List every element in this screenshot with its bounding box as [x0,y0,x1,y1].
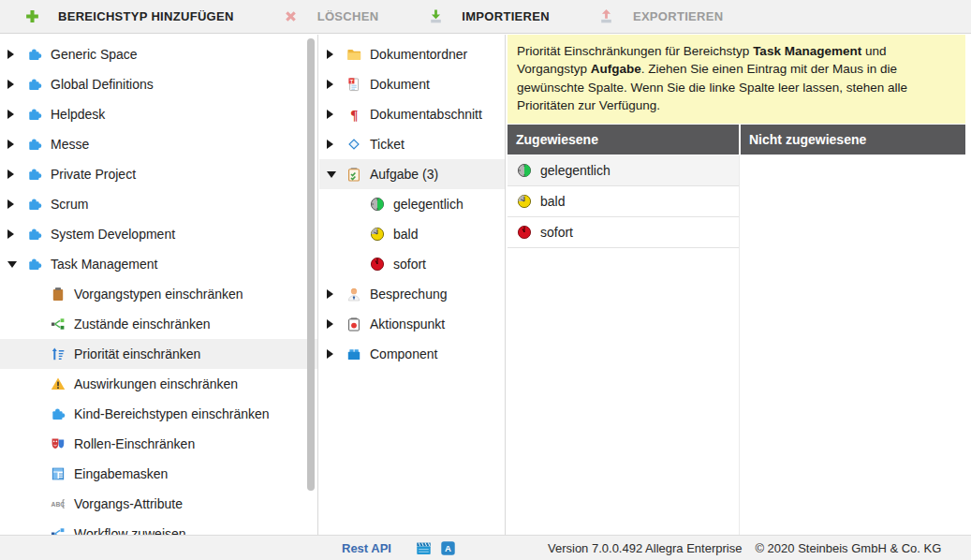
tree-item-aufgabe-3[interactable]: Aufgabe (3) [319,159,505,189]
assigned-column[interactable]: gelegentlich bald sofort [508,155,739,535]
tree-item-private-project[interactable]: Private Project [0,159,317,189]
assigned-row-bald[interactable]: bald [508,186,739,217]
expand-arrow[interactable] [7,140,26,149]
export-tray-icon [598,8,615,25]
tree-item-dokument[interactable]: T Dokument [319,69,505,99]
tree-item-dokumentabschnitt[interactable]: ¶ Dokumentabschnitt [319,99,505,129]
component-brick-icon [346,346,362,362]
task-checklist-icon [346,167,362,183]
left-panel-scrollbar[interactable] [306,37,316,533]
tree-item-helpdesk[interactable]: Helpdesk [0,99,317,129]
tree-item-label: gelegentlich [393,197,463,212]
expand-arrow[interactable] [7,50,26,59]
tree-item-system-development[interactable]: System Development [0,219,317,249]
expand-arrow[interactable] [327,50,346,59]
warning-icon [50,376,66,392]
puzzle-icon [50,406,66,422]
toolbar-button-add-space-type[interactable]: BEREICHSTYP HINZUFÜGEN [23,8,234,25]
assigned-row-label: gelegentlich [540,163,611,178]
toolbar-button-label: EXPORTIEREN [633,9,723,23]
expand-arrow[interactable] [7,169,26,179]
tree-item-besprechung[interactable]: Besprechung [319,279,505,309]
tree-item-sofort[interactable]: sofort [319,249,505,279]
clapperboard-icon[interactable] [416,540,432,556]
tree-item-eingabemasken[interactable]: Eingabemasken [0,459,317,489]
tree-item-label: Besprechung [370,287,448,302]
puzzle-icon [26,77,43,93]
masks-icon [50,436,66,452]
a-badge-icon[interactable]: A [440,540,456,556]
assigned-row-gelegentlich[interactable]: gelegentlich [508,155,739,186]
tree-item-dokumentordner[interactable]: Dokumentordner [319,39,505,69]
expand-arrow[interactable] [327,349,346,359]
assignment-table-body: gelegentlich bald sofort [508,155,965,535]
expand-arrow[interactable] [7,229,26,239]
tree-item-label: Vorgangstypen einschränken [74,287,243,302]
attributes-icon: ABC [50,496,66,512]
expand-arrow[interactable] [7,199,26,209]
puzzle-icon [26,107,43,123]
version-text: Version 7.0.0.492 Allegra Enterprise [548,541,742,555]
tree-item-auswirkungen-einschränken[interactable]: Auswirkungen einschränken [0,369,317,399]
tree-item-bald[interactable]: bald [319,219,505,249]
toolbar-button-delete[interactable]: LÖSCHEN [283,8,379,25]
column-header-unassigned: Nicht zugewiesene [741,125,965,155]
expand-arrow[interactable] [327,171,346,178]
tree-item-workflow-zuweisen[interactable]: Workflow zuweisen [0,519,317,535]
expand-arrow[interactable] [7,110,26,119]
puzzle-icon [26,167,43,183]
tree-item-scrum[interactable]: Scrum [0,189,317,219]
ticket-icon [346,137,362,153]
tree-item-component[interactable]: Component [319,339,505,369]
expand-arrow[interactable] [7,261,26,268]
tree-item-label: Global Definitions [51,77,154,92]
tree-item-label: Ticket [370,137,405,152]
item-type-tree: Dokumentordner T Dokument ¶ Dokumentabsc… [319,35,505,369]
tree-item-ticket[interactable]: Ticket [319,129,505,159]
expand-arrow[interactable] [327,110,346,119]
tree-item-vorgangs-attribute[interactable]: ABC Vorgangs-Attribute [0,489,317,519]
tree-item-label: Workflow zuweisen [74,526,186,535]
expand-arrow[interactable] [327,289,346,299]
assigned-row-label: sofort [540,225,573,240]
assigned-row-sofort[interactable]: sofort [508,217,739,248]
tree-item-label: Zustände einschränken [74,317,211,332]
expand-arrow[interactable] [7,80,26,89]
toolbar-button-label: LÖSCHEN [317,9,379,23]
tree-item-kind-bereichstypen-einschränken[interactable]: Kind-Bereichstypen einschränken [0,399,317,429]
rest-api-link[interactable]: Rest API [342,541,391,555]
add-plus-icon [23,8,40,25]
puzzle-icon [26,137,43,153]
expand-arrow[interactable] [327,80,346,89]
tree-item-aktionspunkt[interactable]: Aktionspunkt [319,309,505,339]
toolbar-button-import[interactable]: IMPORTIEREN [427,8,550,25]
priority-assignment-panel: Priorität Einschränkungen für Bereichsty… [508,35,971,535]
tree-item-vorgangstypen-einschränken[interactable]: Vorgangstypen einschränken [0,279,317,309]
folder-icon [346,47,362,63]
tree-item-label: Component [370,346,437,361]
tree-item-zustände-einschränken[interactable]: Zustände einschränken [0,309,317,339]
expand-arrow[interactable] [327,140,346,149]
tree-item-task-management[interactable]: Task Management [0,249,317,279]
tree-item-priorität-einschränken[interactable]: Priorität einschränken [0,339,317,369]
tree-item-label: Task Management [51,257,157,272]
tree-item-rollen-einschränken[interactable]: Rollen-Einschränken [0,429,317,459]
info-text: Priorität Einschränkungen für Bereichsty… [517,44,907,112]
assigned-row-label: bald [540,194,565,209]
expand-arrow[interactable] [327,319,346,329]
toolbar-button-label: BEREICHSTYP HINZUFÜGEN [58,9,234,23]
tree-item-label: Kind-Bereichstypen einschränken [74,406,270,421]
toolbar-button-export[interactable]: EXPORTIEREN [598,8,723,25]
action-item-icon [346,317,362,332]
tree-item-label: Aufgabe (3) [370,167,438,182]
tree-item-gelegentlich[interactable]: gelegentlich [319,189,505,219]
tree-item-messe[interactable]: Messe [0,129,317,159]
tree-item-generic-space[interactable]: Generic Space [0,39,317,69]
main-area: Generic Space Global Definitions Helpdes… [0,35,971,535]
puzzle-icon [26,257,43,273]
tree-item-label: Auswirkungen einschränken [74,376,238,391]
tree-item-global-definitions[interactable]: Global Definitions [0,69,317,99]
scrollbar-thumb[interactable] [307,38,315,491]
unassigned-column[interactable] [739,155,965,535]
tree-item-label: Eingabemasken [74,466,168,481]
